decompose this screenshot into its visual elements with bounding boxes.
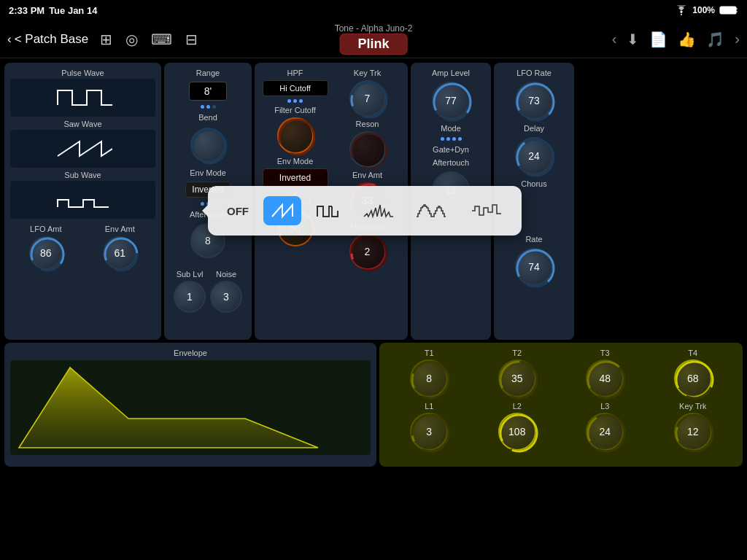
popup-option-pulse[interactable] bbox=[310, 196, 348, 225]
l1-knob[interactable]: 3 bbox=[410, 413, 448, 451]
osc-env-knob[interactable]: 61 bbox=[103, 236, 136, 270]
l1-arc bbox=[409, 412, 452, 454]
t4-knob[interactable]: 68 bbox=[674, 359, 712, 397]
popup-option-sample-hold[interactable] bbox=[465, 196, 508, 225]
back-label: < Patch Base bbox=[15, 32, 89, 47]
pulse-wave-display[interactable] bbox=[10, 79, 155, 117]
resonance-knob[interactable] bbox=[349, 131, 386, 168]
hi-cutoff-button[interactable]: Hi Cutoff bbox=[263, 80, 328, 96]
mode-label: Mode bbox=[441, 124, 461, 133]
library-icon[interactable]: ⊞ bbox=[100, 31, 112, 48]
t1-label: T1 bbox=[425, 349, 434, 357]
settings-icon[interactable]: ⊟ bbox=[185, 31, 198, 48]
bend-knob[interactable] bbox=[190, 128, 225, 163]
l1-label: L1 bbox=[425, 402, 433, 411]
noise-label: Noise bbox=[216, 270, 236, 279]
svg-point-41 bbox=[585, 412, 627, 454]
key-aftertouch-knob[interactable]: 2 bbox=[349, 233, 386, 270]
osc-lfo-amt-label: LFO Amt bbox=[10, 225, 82, 233]
t3-label: T3 bbox=[600, 349, 610, 357]
nav-next-button[interactable]: › bbox=[735, 31, 740, 47]
lfo-delay-knob[interactable]: 24 bbox=[515, 137, 553, 175]
bend-arc bbox=[190, 127, 229, 166]
l3-arc bbox=[585, 412, 627, 454]
noise-knob[interactable]: 3 bbox=[210, 281, 242, 313]
share-icon[interactable]: ⬇ bbox=[627, 31, 639, 48]
t2-knob[interactable]: 35 bbox=[498, 359, 536, 397]
tone-key-trk-label: Key Trk bbox=[679, 402, 706, 411]
svg-point-19 bbox=[349, 233, 390, 273]
svg-point-44 bbox=[673, 412, 716, 454]
t3-knob[interactable]: 48 bbox=[586, 359, 624, 397]
status-time: 2:33 PM bbox=[9, 5, 44, 16]
key-aftertouch-arc bbox=[349, 233, 390, 273]
tone-key-trk-knob[interactable]: 12 bbox=[674, 413, 712, 451]
l3-knob[interactable]: 24 bbox=[586, 413, 624, 451]
svg-point-14 bbox=[349, 79, 390, 120]
l2-knob[interactable]: 108 bbox=[498, 413, 536, 451]
svg-point-27 bbox=[514, 247, 557, 289]
svg-rect-2 bbox=[720, 7, 736, 14]
lfo-rate-knob[interactable]: 73 bbox=[515, 82, 553, 120]
browse-icon[interactable]: ◎ bbox=[125, 31, 138, 48]
l3-label: L3 bbox=[600, 402, 609, 411]
osc-lfo-knob-wrapper: 86 bbox=[10, 236, 82, 270]
sub-wave-display[interactable] bbox=[10, 181, 155, 219]
document-icon[interactable]: 📄 bbox=[649, 31, 667, 48]
popup-option-sawtooth[interactable] bbox=[263, 196, 301, 225]
resonance-arc bbox=[349, 131, 390, 171]
sub-wave-section: Sub Wave bbox=[10, 171, 155, 219]
status-bar: 2:33 PM Tue Jan 14 100% bbox=[0, 0, 747, 20]
key-trk-label: Key Trk bbox=[354, 69, 381, 77]
wifi-icon bbox=[675, 5, 688, 15]
osc-lfo-knob[interactable]: 86 bbox=[29, 236, 63, 270]
t4-arc bbox=[673, 359, 716, 401]
range-value-button[interactable]: 8' bbox=[189, 82, 227, 101]
keyboard-icon[interactable]: ⌨ bbox=[151, 31, 172, 48]
sub-lvl-knob[interactable]: 1 bbox=[174, 281, 206, 313]
filter-cutoff-knob[interactable] bbox=[277, 117, 314, 154]
svg-point-18 bbox=[349, 233, 390, 273]
popup-option-off[interactable]: OFF bbox=[221, 201, 255, 222]
svg-point-23 bbox=[514, 81, 557, 123]
key-env-amt-label: Env Amt bbox=[352, 171, 382, 179]
svg-point-33 bbox=[585, 359, 627, 401]
popup-option-sine-steps[interactable] bbox=[409, 196, 456, 225]
patch-name-button[interactable]: Plink bbox=[339, 34, 407, 55]
svg-point-22 bbox=[514, 81, 557, 123]
nav-prev-button[interactable]: ‹ bbox=[612, 31, 617, 47]
saw-wave-label: Saw Wave bbox=[10, 120, 155, 128]
battery-level: 100% bbox=[692, 5, 715, 15]
popup-option-triangle[interactable] bbox=[357, 196, 400, 225]
chorus-rate-knob[interactable]: 74 bbox=[515, 248, 553, 286]
saw-wave-svg bbox=[54, 134, 112, 163]
t1-knob[interactable]: 8 bbox=[410, 359, 448, 397]
back-button[interactable]: ‹ < Patch Base bbox=[7, 32, 88, 47]
t2-label: T2 bbox=[512, 349, 522, 357]
lfo-delay-arc bbox=[514, 136, 557, 179]
hpf-dots bbox=[287, 99, 303, 103]
t1-arc bbox=[409, 359, 452, 401]
amp-knob[interactable]: 77 bbox=[432, 82, 470, 120]
filter-env-mode-label: Env Mode bbox=[277, 157, 314, 166]
envelope-display bbox=[10, 360, 371, 455]
tone-panel: T1 8 T2 bbox=[379, 343, 743, 467]
midi-icon[interactable]: 🎵 bbox=[706, 31, 724, 48]
filter-env-mode-button[interactable]: Inverted bbox=[263, 168, 328, 187]
tone-l3: L3 24 bbox=[586, 402, 624, 451]
svg-point-9 bbox=[190, 127, 229, 166]
compare-icon[interactable]: 👍 bbox=[678, 31, 696, 48]
svg-point-30 bbox=[409, 359, 452, 401]
envelope-svg bbox=[10, 360, 371, 455]
toolbar-icons: ⊞ ◎ ⌨ ⊟ bbox=[100, 31, 198, 48]
saw-wave-display[interactable] bbox=[10, 130, 155, 168]
svg-point-32 bbox=[498, 359, 540, 401]
noise-col: Noise 3 bbox=[210, 270, 242, 313]
filter-left-col: HPF Hi Cutoff Filter Cutoff Env Mod bbox=[260, 69, 330, 270]
key-trk-knob[interactable]: 7 bbox=[349, 80, 386, 117]
hpf-dot2 bbox=[293, 99, 297, 103]
toolbar-center: Tone - Alpha Juno-2 Plink bbox=[335, 23, 413, 55]
t2-arc bbox=[498, 359, 540, 401]
dot-3 bbox=[212, 105, 216, 109]
svg-point-31 bbox=[498, 359, 540, 401]
